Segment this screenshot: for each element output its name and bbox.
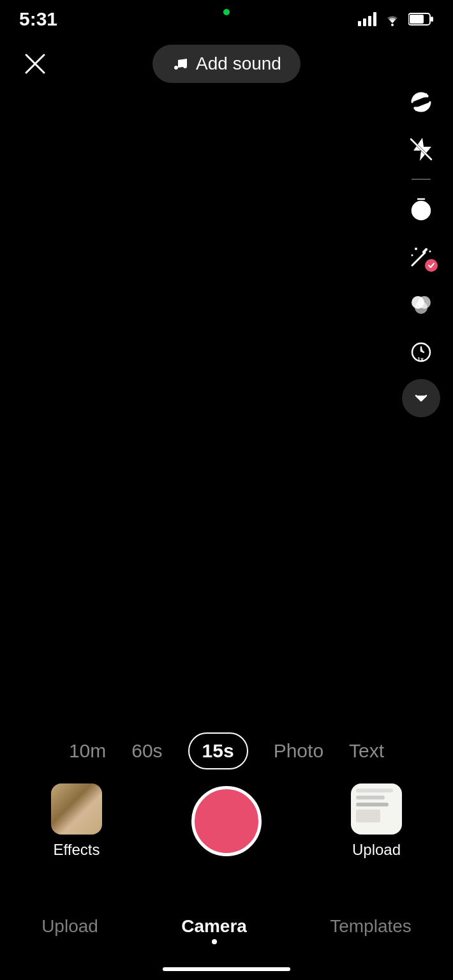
signal-icon — [358, 12, 376, 26]
battery-icon — [408, 12, 434, 26]
upload-gallery-button[interactable]: Upload — [351, 783, 402, 859]
effects-gallery-button[interactable]: Effects — [51, 783, 102, 859]
svg-point-18 — [415, 301, 427, 314]
effects-thumbnail — [51, 783, 102, 835]
mode-selector: 10m 60s 15s Photo Text — [0, 732, 453, 769]
mode-10m[interactable]: 10m — [69, 735, 106, 767]
mode-15s[interactable]: 15s — [188, 732, 248, 769]
checkmark-icon — [427, 262, 435, 269]
effects-button[interactable] — [402, 237, 440, 276]
svg-rect-3 — [431, 17, 433, 22]
svg-point-14 — [412, 255, 413, 256]
camera-active-dot — [223, 9, 230, 15]
bottom-nav: Upload Camera Templates — [0, 916, 453, 942]
close-button[interactable] — [19, 48, 51, 80]
top-bar: Add sound — [0, 45, 453, 83]
upload-label: Upload — [352, 841, 401, 859]
flash-off-icon — [407, 135, 435, 163]
timer-icon — [407, 195, 435, 223]
status-icons — [358, 11, 434, 27]
right-sidebar: 1x — [402, 83, 440, 417]
nav-active-dot — [212, 939, 217, 944]
bottom-controls: Effects Upload — [0, 783, 453, 859]
upload-thumbnail — [351, 783, 402, 835]
svg-point-0 — [391, 24, 394, 26]
speed-button[interactable]: 1x — [402, 332, 440, 370]
svg-line-10 — [412, 253, 425, 265]
timer-button[interactable] — [402, 190, 440, 228]
nav-camera[interactable]: Camera — [181, 916, 247, 942]
svg-rect-2 — [410, 15, 424, 24]
more-button[interactable] — [402, 379, 440, 417]
effects-active-badge — [425, 259, 438, 272]
color-filter-button[interactable] — [402, 285, 440, 323]
svg-text:1x: 1x — [417, 356, 424, 362]
svg-point-9 — [420, 209, 422, 212]
status-time: 5:31 — [19, 8, 57, 30]
sidebar-divider — [412, 179, 431, 180]
flash-button[interactable] — [402, 130, 440, 168]
mode-60s[interactable]: 60s — [131, 735, 162, 767]
wifi-icon — [383, 11, 402, 27]
speed-icon: 1x — [407, 337, 435, 365]
music-note-icon — [172, 55, 189, 73]
color-filter-icon — [407, 290, 435, 318]
effects-label: Effects — [54, 841, 100, 859]
close-icon — [24, 52, 47, 75]
flip-camera-button[interactable] — [402, 83, 440, 121]
mode-text[interactable]: Text — [349, 735, 384, 767]
add-sound-label: Add sound — [196, 54, 281, 74]
shutter-button[interactable] — [191, 786, 262, 856]
svg-point-15 — [429, 251, 431, 253]
flip-camera-icon — [407, 88, 435, 116]
mode-photo[interactable]: Photo — [274, 735, 323, 767]
nav-upload[interactable]: Upload — [41, 916, 98, 942]
chevron-down-icon — [413, 390, 429, 406]
add-sound-button[interactable]: Add sound — [152, 45, 301, 83]
nav-templates[interactable]: Templates — [330, 916, 412, 942]
effects-thumbnail-image — [51, 783, 102, 835]
home-indicator — [163, 967, 290, 971]
status-bar: 5:31 — [0, 0, 453, 38]
svg-point-12 — [415, 248, 417, 250]
